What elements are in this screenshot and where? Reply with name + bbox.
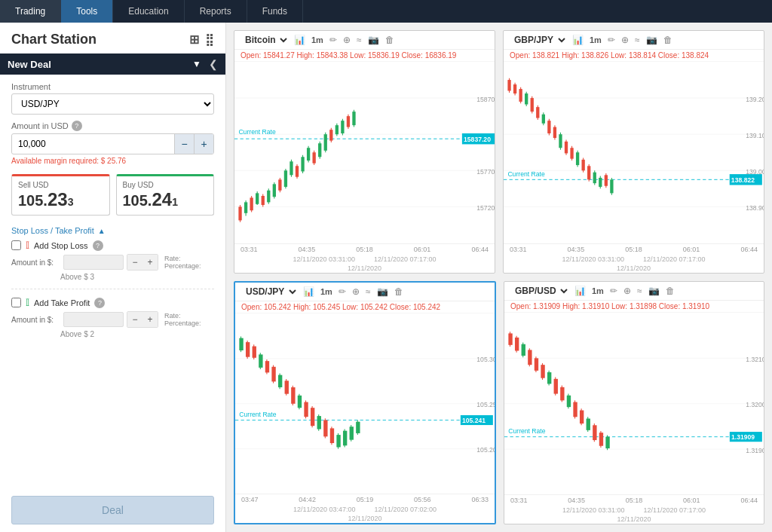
gbpjpy-symbol-select[interactable]: GBP/JPY [510, 34, 568, 46]
nav-funds[interactable]: Funds [247, 0, 303, 23]
bitcoin-symbol-select[interactable]: Bitcoin [240, 34, 290, 46]
bitcoin-screenshot-icon[interactable]: 📷 [366, 35, 381, 45]
stop-loss-amount-input[interactable] [63, 255, 124, 270]
usdjpy-timeframe[interactable]: 1m [319, 287, 334, 296]
stop-loss-amount-label: Amount in $: [11, 258, 60, 267]
svg-text:Current Rate: Current Rate [239, 411, 276, 418]
gbpjpy-delete-icon[interactable]: 🗑 [662, 35, 674, 45]
usdjpy-crosshair-icon[interactable]: ⊕ [351, 286, 361, 297]
stop-loss-checkbox[interactable] [11, 240, 21, 250]
sell-box[interactable]: Sell USD 105.233 [11, 174, 110, 216]
take-profit-stepper: − + [127, 311, 158, 328]
amount-input[interactable] [12, 135, 174, 153]
take-profit-info-icon[interactable]: ? [94, 298, 105, 308]
chart-row-bottom: USD/JPY 📊 1m ✏ ⊕ ≈ 📷 🗑 Open: 105.242 Hig… [234, 281, 764, 525]
gbpusd-timeframe[interactable]: 1m [590, 286, 605, 295]
usdjpy-screenshot-icon[interactable]: 📷 [375, 286, 390, 297]
stop-loss-header[interactable]: Stop Loss / Take Profit ▲ [11, 226, 214, 235]
bitcoin-draw-icon[interactable]: ✏ [328, 35, 339, 45]
gbpjpy-indicator-icon[interactable]: ≈ [633, 35, 642, 45]
svg-rect-180 [587, 418, 590, 430]
gbpusd-chart-icon[interactable]: 📊 [573, 286, 587, 296]
amount-increment-button[interactable]: + [194, 134, 213, 154]
layout-icon[interactable]: ⣿ [205, 32, 214, 47]
bitcoin-timeframe[interactable]: 1m [310, 35, 325, 44]
gbpjpy-screenshot-icon[interactable]: 📷 [645, 35, 659, 45]
take-profit-icon: 𝕀 [26, 297, 29, 308]
take-profit-checkbox[interactable] [11, 298, 21, 307]
bitcoin-chart-body[interactable]: 15870.00 15820.00 15770.00 15720.00 1583… [234, 62, 495, 243]
stop-loss-increment-button[interactable]: + [142, 255, 158, 270]
dropdown-arrow-icon: ▼ [192, 59, 201, 69]
nav-trading[interactable]: Trading [0, 0, 61, 23]
bitcoin-indicator-icon[interactable]: ≈ [355, 35, 363, 45]
gbpusd-crosshair-icon[interactable]: ⊕ [622, 286, 633, 296]
svg-text:105.300: 105.300 [476, 356, 495, 363]
stop-loss-decrement-button[interactable]: − [127, 255, 142, 270]
svg-rect-164 [535, 358, 538, 370]
nav-tools[interactable]: Tools [61, 0, 113, 23]
divider-1 [11, 289, 214, 289]
sell-buy-row: Sell USD 105.233 Buy USD 105.241 [11, 174, 214, 216]
svg-text:105.250: 105.250 [476, 401, 495, 408]
header-icons: ⊞ ⣿ [189, 32, 214, 47]
new-deal-bar[interactable]: New Deal ▼ ❮ [0, 54, 225, 75]
svg-text:1.31900: 1.31900 [746, 446, 764, 454]
collapse-icon[interactable]: ❮ [209, 58, 218, 70]
nav-reports[interactable]: Reports [185, 0, 247, 23]
take-profit-rate-label: Rate: [164, 312, 201, 320]
take-profit-amount-input[interactable] [63, 312, 124, 327]
grid-icon[interactable]: ⊞ [189, 32, 199, 47]
stop-loss-stepper: − + [127, 254, 158, 271]
amount-info-icon[interactable]: ? [72, 121, 82, 131]
gbpjpy-timeframe[interactable]: 1m [588, 35, 603, 44]
usdjpy-chart-icon[interactable]: 📊 [302, 286, 316, 297]
stop-loss-info-icon[interactable]: ? [93, 240, 103, 251]
usdjpy-symbol-select[interactable]: USD/JPY [241, 286, 299, 298]
gbpjpy-crosshair-icon[interactable]: ⊕ [620, 35, 630, 45]
svg-rect-142 [350, 427, 354, 439]
gbpusd-screenshot-icon[interactable]: 📷 [647, 286, 661, 296]
bitcoin-chart-svg: 15870.00 15820.00 15770.00 15720.00 1583… [234, 62, 495, 243]
usdjpy-delete-icon[interactable]: 🗑 [393, 286, 405, 297]
gbpjpy-xaxis: 03:31 04:35 05:18 06:01 06:44 [504, 243, 764, 255]
gbpjpy-chart-body[interactable]: 139.200 139.100 139.000 138.900 138.822 … [504, 62, 764, 243]
gbpusd-indicator-icon[interactable]: ≈ [636, 286, 644, 296]
amount-decrement-button[interactable]: − [174, 134, 194, 154]
gbpusd-footer: 12/11/2020 03:31:00 12/11/2020 07:17:00 [504, 506, 764, 515]
svg-text:1.32000: 1.32000 [746, 401, 764, 408]
usdjpy-chart-body[interactable]: 105.300 105.250 105.200 105.241 Current … [235, 313, 495, 494]
bitcoin-chart-icon[interactable]: 📊 [293, 35, 307, 45]
usdjpy-indicator-icon[interactable]: ≈ [364, 286, 372, 297]
usdjpy-draw-icon[interactable]: ✏ [337, 286, 348, 297]
svg-text:Current Rate: Current Rate [238, 128, 275, 136]
svg-text:15837.20: 15837.20 [464, 135, 491, 143]
stop-loss-rate-label: Rate: [164, 255, 201, 262]
svg-rect-122 [285, 381, 289, 393]
buy-box[interactable]: Buy USD 105.241 [116, 174, 215, 216]
bitcoin-crosshair-icon[interactable]: ⊕ [342, 35, 352, 45]
gbpusd-delete-icon[interactable]: 🗑 [664, 286, 676, 296]
instrument-label: Instrument [11, 82, 214, 91]
usdjpy-ohlc: Open: 105.242 High: 105.245 Low: 105.242… [235, 301, 495, 313]
sell-label: Sell USD [18, 181, 103, 189]
gbpjpy-chart-svg: 139.200 139.100 139.000 138.900 138.822 … [504, 62, 764, 243]
stop-loss-above-label: Above $ 3 [60, 273, 214, 281]
nav-education[interactable]: Education [113, 0, 184, 23]
add-take-profit-label: Add Take Profit [34, 298, 90, 307]
instrument-select[interactable]: USD/JPY GBP/JPY Bitcoin GBP/USD [11, 93, 214, 115]
gbpusd-chart-body[interactable]: 1.32100 1.32000 1.31900 1.31909 Current … [504, 313, 764, 495]
svg-text:Current Rate: Current Rate [507, 170, 544, 178]
deal-button[interactable]: Deal [11, 496, 214, 524]
take-profit-decrement-button[interactable]: − [127, 312, 142, 327]
gbpusd-draw-icon[interactable]: ✏ [608, 286, 619, 296]
gbpjpy-toolbar: GBP/JPY 📊 1m ✏ ⊕ ≈ 📷 🗑 [504, 31, 764, 50]
gbpusd-symbol-select[interactable]: GBP/USD [510, 285, 570, 297]
gbpjpy-draw-icon[interactable]: ✏ [606, 35, 617, 45]
gbpjpy-chart-icon[interactable]: 📊 [571, 35, 585, 45]
take-profit-increment-button[interactable]: + [142, 312, 158, 327]
svg-text:139.100: 139.100 [746, 132, 764, 140]
usdjpy-chart-svg: 105.300 105.250 105.200 105.241 Current … [235, 313, 495, 494]
page-header: Chart Station ⊞ ⣿ [0, 23, 225, 54]
bitcoin-delete-icon[interactable]: 🗑 [384, 35, 396, 45]
